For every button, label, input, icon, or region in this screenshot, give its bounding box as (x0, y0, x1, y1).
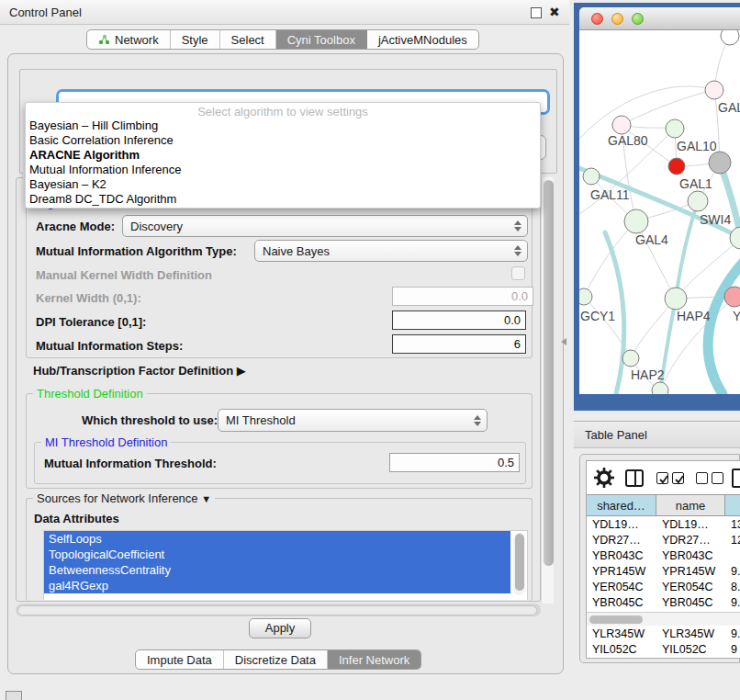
columns-icon[interactable] (625, 469, 644, 487)
tab-jactivemnodules[interactable]: jActiveMNodules (367, 30, 478, 49)
sources-group: Sources for Network Inference ▼ Data Att… (26, 498, 533, 601)
zoom-traffic-light-icon[interactable] (632, 13, 644, 25)
control-panel-titlebar: Control Panel ✖ (0, 0, 569, 25)
algorithm-option-aracne[interactable]: ARACNE Algorithm (26, 148, 540, 163)
algorithm-option-bayesian-hill[interactable]: Bayesian – Hill Climbing (26, 119, 540, 133)
hub-definition-toggle[interactable]: Hub/Transcription Factor Definition ▶ (33, 364, 246, 378)
mi-type-value: Naive Bayes (263, 244, 330, 258)
settings-vertical-scrollbar-thumb[interactable] (544, 180, 554, 566)
node-label: GAL80 (608, 133, 648, 148)
table-panel: shared… name YDL19… YDL19… 13 YDR27… YDR… (579, 454, 740, 663)
table-row[interactable]: YDL19… YDL19… 13 (587, 517, 740, 533)
aracne-mode-value: Discovery (130, 220, 183, 233)
list-scrollbar-thumb[interactable] (515, 534, 524, 591)
checkbox-unchecked-icon[interactable] (696, 472, 708, 484)
control-panel-window: Control Panel ✖ Network Style Select Cyn… (0, 0, 569, 680)
table-header-row: shared… name (587, 494, 740, 516)
node-gcy1[interactable] (579, 288, 592, 305)
tab-select[interactable]: Select (220, 30, 276, 49)
settings-horizontal-scrollbar-thumb[interactable] (17, 605, 537, 615)
apply-button[interactable]: Apply (249, 618, 311, 638)
algorithm-option-mutual-information[interactable]: Mutual Information Inference (26, 163, 540, 177)
gear-icon[interactable] (594, 468, 614, 488)
mi-steps-field[interactable] (392, 334, 526, 354)
table-row[interactable]: YBR043C YBR043C (587, 548, 740, 564)
list-item[interactable]: BetweennessCentrality (44, 562, 510, 578)
sources-title-text: Sources for Network Inference (37, 491, 198, 505)
file-icon-partial[interactable] (732, 469, 740, 488)
aracne-mode-label: Aracne Mode: (36, 220, 115, 233)
column-header-partial[interactable] (725, 494, 740, 516)
float-panel-icon[interactable] (531, 7, 542, 18)
table-horizontal-scrollbar[interactable] (587, 612, 740, 626)
which-threshold-combobox[interactable]: MI Threshold (218, 409, 488, 432)
table-horizontal-scrollbar-thumb[interactable] (589, 615, 643, 624)
node-label: GAL4 (635, 232, 668, 247)
table-row[interactable]: YDR27… YDR27… 12 (587, 533, 740, 548)
tab-cyni-toolbox[interactable]: Cyni Toolbox (276, 30, 367, 49)
algorithm-definition-group: Algorithm Definition Aracne Mode: Discov… (26, 202, 533, 358)
checkbox-unchecked-icon[interactable] (712, 472, 723, 484)
node-hap4[interactable] (665, 288, 687, 310)
list-scrollbar[interactable] (513, 533, 525, 595)
column-header-name[interactable]: name (656, 494, 725, 516)
network-window-titlebar[interactable] (579, 7, 740, 30)
aracne-mode-combobox[interactable]: Discovery (122, 215, 528, 237)
data-attributes-list[interactable]: SelfLoops TopologicalCoefficient Between… (43, 530, 528, 600)
node-gal80[interactable] (612, 116, 631, 134)
algorithm-option-bayesian-k2[interactable]: Bayesian – K2 (26, 177, 540, 192)
list-item[interactable]: gal4RGexp (44, 578, 510, 593)
tab-network[interactable]: Network (87, 30, 171, 49)
node-hap2[interactable] (622, 350, 639, 367)
table-row[interactable]: YLR345W YLR345W 9. (587, 627, 740, 642)
checkbox-checked-icon[interactable] (656, 472, 668, 484)
table-row[interactable]: YBR045C YBR045C 9. (587, 595, 740, 611)
thick-edge (708, 262, 740, 394)
node-gal10[interactable] (666, 119, 684, 138)
node-gal1[interactable] (688, 191, 708, 211)
list-item[interactable]: TopologicalCoefficient (44, 547, 510, 562)
table-row[interactable]: YPR145W YPR145W 9. (587, 564, 740, 580)
tab-infer-network[interactable]: Infer Network (328, 650, 420, 669)
tab-impute-data[interactable]: Impute Data (136, 650, 224, 669)
node-gal4[interactable] (624, 209, 648, 233)
minimize-traffic-light-icon[interactable] (611, 13, 623, 25)
chevron-down-icon[interactable]: ▼ (201, 493, 211, 504)
settings-horizontal-scrollbar[interactable] (16, 604, 541, 616)
node-gal11[interactable] (583, 168, 600, 185)
network-canvas[interactable]: GAL GAL80 GAL10 GAL1 GAL11 SWI4 GAL4 GCY… (579, 30, 740, 394)
collapsed-panel-icon[interactable] (6, 691, 22, 700)
manual-kernel-label: Manual Kernel Width Definition (36, 268, 212, 282)
node-swi4[interactable] (730, 227, 740, 249)
panel-divider-arrow-icon[interactable] (561, 338, 566, 345)
table-toolbar (587, 461, 740, 494)
node-bottom[interactable] (652, 382, 668, 394)
close-traffic-light-icon[interactable] (591, 13, 603, 25)
node-salmon[interactable] (724, 287, 740, 307)
checkbox-checked-icon[interactable] (672, 472, 684, 484)
kernel-width-field[interactable] (392, 287, 533, 306)
table-row[interactable]: YER054C YER054C 8. (587, 580, 740, 595)
tab-discretize-data[interactable]: Discretize Data (224, 650, 328, 669)
node-label: GAL10 (677, 139, 717, 153)
algorithm-option-dream8[interactable]: Dream8 DC_TDC Algorithm (26, 192, 540, 207)
tab-style[interactable]: Style (171, 30, 220, 49)
tab-network-label: Network (115, 33, 159, 47)
algorithm-option-basic-correlation[interactable]: Basic Correlation Inference (26, 133, 540, 148)
column-header-shared[interactable]: shared… (587, 494, 656, 516)
which-threshold-label: Which threshold to use: (82, 413, 218, 427)
table-row[interactable]: YIL052C YIL052C 9 (587, 642, 740, 658)
node-gray[interactable] (709, 152, 731, 174)
node-unlabeled[interactable] (721, 30, 739, 45)
node-red-selected[interactable] (668, 158, 685, 175)
list-item[interactable]: SelfLoops (44, 531, 510, 547)
mi-threshold-field[interactable] (389, 453, 520, 472)
mi-type-combobox[interactable]: Naive Bayes (254, 240, 528, 262)
node-gal-partial[interactable] (705, 81, 723, 99)
table-panel-header: Table Panel (574, 421, 740, 448)
cyni-toolbox-panel: Select algorithm to view settings Bayesi… (7, 53, 564, 674)
manual-kernel-checkbox[interactable] (511, 266, 525, 280)
close-icon[interactable]: ✖ (549, 5, 562, 19)
settings-vertical-scrollbar[interactable] (541, 177, 554, 604)
dpi-tolerance-field[interactable] (392, 310, 526, 330)
